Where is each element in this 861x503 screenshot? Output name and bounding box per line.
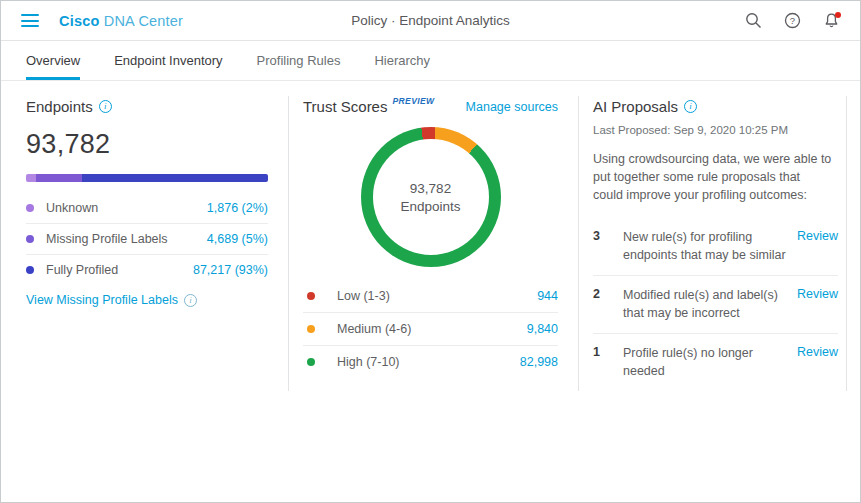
fully-profiled-label: Fully Profiled [46,263,118,277]
tab-hierarchy[interactable]: Hierarchy [374,41,430,80]
low-label: Low (1-3) [337,289,390,303]
tab-overview[interactable]: Overview [26,41,80,80]
ai-proposals-info-icon[interactable]: i [684,100,697,113]
review-link-new-rules[interactable]: Review [797,229,838,243]
ai-proposal-row-new-rules: 3 New rule(s) for profiling endpoints th… [593,218,838,275]
endpoints-title: Endpoints [26,98,93,115]
fully-profiled-value[interactable]: 87,217 (93%) [193,263,268,277]
bar-segment-missing [36,174,82,182]
menu-icon[interactable] [21,14,39,27]
unknown-label: Unknown [46,201,98,215]
legend-row-high: High (7-10) 82,998 [303,345,558,378]
brand-bold: Cisco [59,13,100,29]
medium-dot [307,325,315,333]
donut-center-label: Endpoints [400,199,460,214]
unknown-value[interactable]: 1,876 (2%) [207,201,268,215]
low-dot [307,292,315,300]
ai-proposals-description: Using crowdsourcing data, we were able t… [593,150,833,204]
trust-scores-legend: Low (1-3) 944 Medium (4-6) 9,840 High (7… [303,279,558,378]
ai-proposals-list: 3 New rule(s) for profiling endpoints th… [593,218,838,391]
unknown-dot [26,204,34,212]
low-value[interactable]: 944 [537,289,558,303]
high-label: High (7-10) [337,355,400,369]
svg-text:?: ? [790,15,795,26]
app-window: Cisco DNA Center Policy · Endpoint Analy… [0,0,861,503]
proposal-text: Modified rule(s) and label(s) that may b… [623,287,789,322]
notification-badge-dot [835,12,841,18]
ai-proposals-card: AI Proposals i Last Proposed: Sep 9, 202… [579,96,847,391]
proposal-text: New rule(s) for profiling endpoints that… [623,229,789,264]
ai-proposal-row-modified-rules: 2 Modified rule(s) and label(s) that may… [593,275,838,333]
tab-profiling-rules[interactable]: Profiling Rules [257,41,341,80]
overview-content: Endpoints i 93,782 Unknown 1,876 (2%) Mi… [1,81,860,391]
legend-row-unknown: Unknown 1,876 (2%) [26,192,268,223]
proposal-count: 3 [593,229,623,243]
review-link-obsolete-rules[interactable]: Review [797,345,838,359]
last-proposed-timestamp: Last Proposed: Sep 9, 2020 10:25 PM [593,124,838,136]
help-icon[interactable]: ? [784,12,801,29]
high-dot [307,358,315,366]
medium-value[interactable]: 9,840 [527,322,558,336]
trust-scores-title: Trust Scores [303,98,387,115]
trust-scores-donut-chart: 93,782 Endpoints [361,127,501,267]
proposal-count: 2 [593,287,623,301]
missing-profile-label: Missing Profile Labels [46,232,168,246]
endpoints-card: Endpoints i 93,782 Unknown 1,876 (2%) Mi… [1,96,289,391]
endpoints-legend: Unknown 1,876 (2%) Missing Profile Label… [26,192,268,285]
tab-endpoint-inventory[interactable]: Endpoint Inventory [114,41,222,80]
legend-row-fully-profiled: Fully Profiled 87,217 (93%) [26,254,268,285]
tab-bar: Overview Endpoint Inventory Profiling Ru… [1,41,860,81]
endpoints-total: 93,782 [26,129,268,160]
trust-scores-card: Trust Scores PREVIEW Manage sources 93,7… [289,96,579,391]
view-missing-profile-labels-link[interactable]: View Missing Profile Labels [26,293,178,307]
donut-center-value: 93,782 [410,181,451,196]
brand-logo[interactable]: Cisco DNA Center [59,13,183,29]
missing-profile-dot [26,235,34,243]
high-value[interactable]: 82,998 [520,355,558,369]
view-missing-info-icon[interactable]: i [184,294,197,307]
ai-proposal-row-obsolete-rules: 1 Profile rule(s) no longer needed Revie… [593,333,838,391]
legend-row-missing-profile-labels: Missing Profile Labels 4,689 (5%) [26,223,268,254]
legend-row-low: Low (1-3) 944 [303,279,558,312]
review-link-modified-rules[interactable]: Review [797,287,838,301]
endpoints-info-icon[interactable]: i [99,100,112,113]
missing-profile-value[interactable]: 4,689 (5%) [207,232,268,246]
ai-proposals-title: AI Proposals [593,98,678,115]
preview-badge: PREVIEW [392,96,434,106]
medium-label: Medium (4-6) [337,322,411,336]
proposal-text: Profile rule(s) no longer needed [623,345,789,380]
brand-rest: DNA Center [104,13,183,29]
fully-profiled-dot [26,266,34,274]
bar-segment-unknown [26,174,36,182]
top-header: Cisco DNA Center Policy · Endpoint Analy… [1,1,860,41]
manage-sources-link[interactable]: Manage sources [466,98,558,114]
bar-segment-fully-profiled [82,174,268,182]
endpoints-stacked-bar [26,174,268,182]
page-title: Policy · Endpoint Analytics [351,13,509,28]
legend-row-medium: Medium (4-6) 9,840 [303,312,558,345]
proposal-count: 1 [593,345,623,359]
notifications-icon[interactable] [823,12,840,29]
search-icon[interactable] [745,12,762,29]
